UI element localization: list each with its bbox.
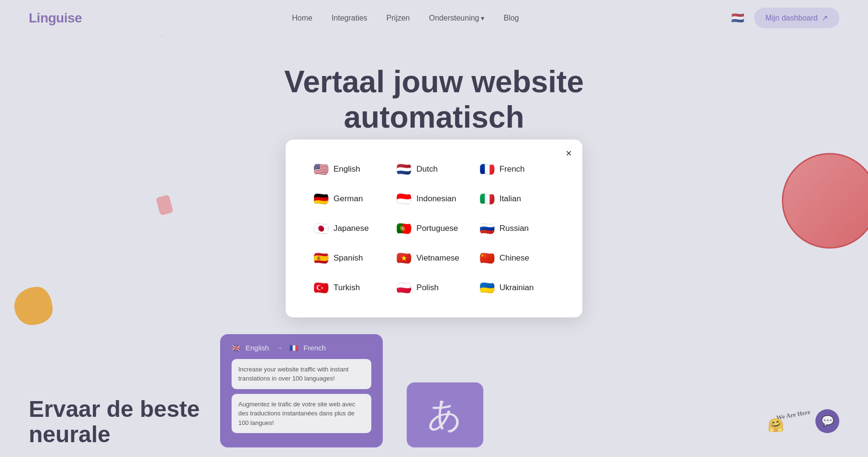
language-modal: × 🇺🇸English🇳🇱Dutch🇫🇷French🇩🇪German🇮🇩Indo… <box>286 140 582 317</box>
lang-item-polish[interactable]: 🇵🇱Polish <box>392 277 475 298</box>
chinese-flag: 🇨🇳 <box>479 250 495 266</box>
japanese-flag: 🇯🇵 <box>313 221 329 236</box>
modal-overlay: × 🇺🇸English🇳🇱Dutch🇫🇷French🇩🇪German🇮🇩Indo… <box>0 0 868 457</box>
modal-close-button[interactable]: × <box>566 148 572 159</box>
english-label: English <box>334 164 360 174</box>
italian-label: Italian <box>500 194 521 204</box>
russian-label: Russian <box>500 224 529 233</box>
lang-item-vietnamese[interactable]: 🇻🇳Vietnamese <box>392 248 475 269</box>
indonesian-label: Indonesian <box>416 194 456 204</box>
ukrainian-label: Ukrainian <box>500 283 534 293</box>
lang-item-english[interactable]: 🇺🇸English <box>310 159 392 180</box>
dutch-flag: 🇳🇱 <box>396 162 412 177</box>
portuguese-label: Portuguese <box>416 224 458 233</box>
vietnamese-label: Vietnamese <box>416 253 459 263</box>
spanish-label: Spanish <box>334 253 363 263</box>
lang-item-italian[interactable]: 🇮🇹Italian <box>476 188 558 209</box>
spanish-flag: 🇪🇸 <box>313 250 329 266</box>
turkish-flag: 🇹🇷 <box>313 280 329 295</box>
vietnamese-flag: 🇻🇳 <box>396 250 412 266</box>
lang-item-german[interactable]: 🇩🇪German <box>310 188 392 209</box>
french-flag: 🇫🇷 <box>479 162 495 177</box>
lang-item-japanese[interactable]: 🇯🇵Japanese <box>310 218 392 239</box>
english-flag: 🇺🇸 <box>313 162 329 177</box>
lang-item-spanish[interactable]: 🇪🇸Spanish <box>310 248 392 269</box>
japanese-label: Japanese <box>334 224 369 233</box>
german-flag: 🇩🇪 <box>313 191 329 207</box>
french-label: French <box>500 164 525 174</box>
lang-item-indonesian[interactable]: 🇮🇩Indonesian <box>392 188 475 209</box>
russian-flag: 🇷🇺 <box>479 221 495 236</box>
lang-item-portuguese[interactable]: 🇵🇹Portuguese <box>392 218 475 239</box>
chinese-label: Chinese <box>500 253 529 263</box>
turkish-label: Turkish <box>334 283 360 293</box>
indonesian-flag: 🇮🇩 <box>396 191 412 207</box>
lang-item-ukrainian[interactable]: 🇺🇦Ukrainian <box>476 277 558 298</box>
lang-item-chinese[interactable]: 🇨🇳Chinese <box>476 248 558 269</box>
polish-label: Polish <box>416 283 438 293</box>
lang-item-turkish[interactable]: 🇹🇷Turkish <box>310 277 392 298</box>
polish-flag: 🇵🇱 <box>396 280 412 295</box>
lang-item-dutch[interactable]: 🇳🇱Dutch <box>392 159 475 180</box>
ukrainian-flag: 🇺🇦 <box>479 280 495 295</box>
lang-item-french[interactable]: 🇫🇷French <box>476 159 558 180</box>
portuguese-flag: 🇵🇹 <box>396 221 412 236</box>
lang-item-russian[interactable]: 🇷🇺Russian <box>476 218 558 239</box>
german-label: German <box>334 194 363 204</box>
language-grid: 🇺🇸English🇳🇱Dutch🇫🇷French🇩🇪German🇮🇩Indone… <box>310 159 558 298</box>
dutch-label: Dutch <box>416 164 437 174</box>
italian-flag: 🇮🇹 <box>479 191 495 207</box>
